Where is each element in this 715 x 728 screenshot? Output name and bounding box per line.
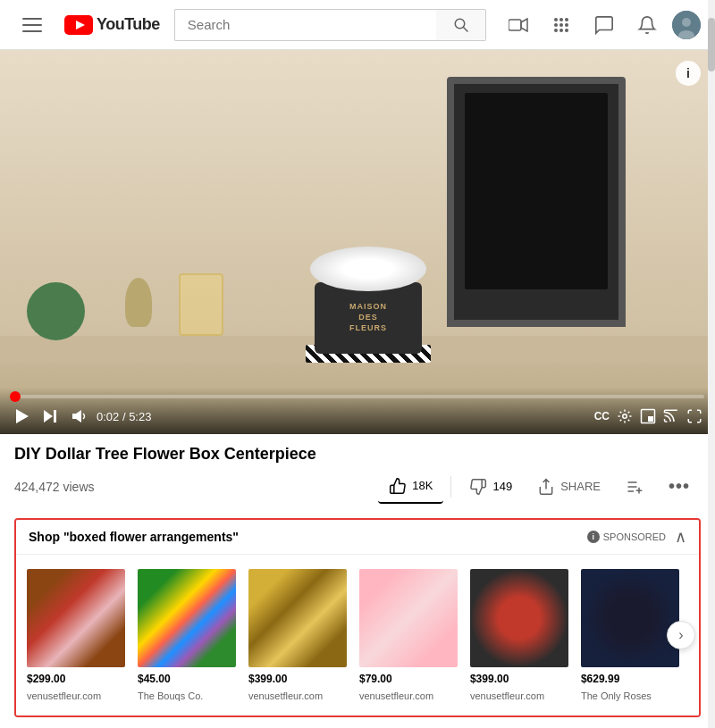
search-button[interactable] <box>436 9 486 41</box>
more-button[interactable]: ••• <box>658 469 701 504</box>
video-player[interactable]: MAISON DES FLEURS i <box>0 50 715 434</box>
progress-dot <box>10 391 21 402</box>
share-button[interactable]: SHARE <box>526 471 611 503</box>
header-actions <box>500 7 701 43</box>
dislike-button[interactable]: 149 <box>458 471 523 503</box>
product-price-2: $45.00 <box>138 673 236 685</box>
apps-grid-button[interactable] <box>543 7 579 43</box>
product-image-2 <box>138 569 236 667</box>
candle <box>179 273 223 336</box>
plant <box>27 282 85 340</box>
like-button[interactable]: 18K <box>378 470 443 504</box>
product-seller-1: venusetfleur.com <box>27 690 125 701</box>
product-seller-5: venusetfleur.com <box>470 690 568 701</box>
video-camera-button[interactable] <box>500 7 536 43</box>
product-price-6: $629.99 <box>581 673 679 685</box>
product-image-5 <box>470 569 568 667</box>
products-row: $299.00 venusetfleur.com $45.00 The Bouq… <box>16 555 699 715</box>
scrollbar-thumb[interactable] <box>708 18 715 71</box>
share-label: SHARE <box>560 480 601 493</box>
shopping-header: Shop "boxed flower arrangements" i SPONS… <box>16 520 699 555</box>
miniplayer-icon <box>640 408 656 424</box>
product-image-6 <box>581 569 679 667</box>
avatar-icon <box>672 11 701 39</box>
svg-point-12 <box>554 29 558 32</box>
play-icon <box>13 407 30 425</box>
product-image-3 <box>248 569 347 667</box>
playlist-add-icon <box>626 478 644 496</box>
buddha-statue <box>125 278 152 327</box>
svg-rect-20 <box>54 410 56 423</box>
svg-point-22 <box>623 414 627 419</box>
product-image-4 <box>359 569 458 667</box>
product-seller-3: venusetfleur.com <box>248 690 347 701</box>
product-image-1 <box>27 569 125 667</box>
avatar[interactable] <box>672 11 701 39</box>
chat-button[interactable] <box>586 7 622 43</box>
controls-right: CC <box>593 406 704 426</box>
progress-fill <box>11 395 15 398</box>
flower-box: MAISON DES FLEURS <box>315 282 422 354</box>
video-info-button[interactable]: i <box>676 61 701 86</box>
miniplayer-button[interactable] <box>638 406 658 426</box>
product-item[interactable]: $399.00 venusetfleur.com <box>245 565 350 705</box>
svg-point-7 <box>559 18 563 21</box>
product-item[interactable]: $299.00 venusetfleur.com <box>23 565 129 705</box>
search-icon <box>453 17 469 33</box>
svg-point-14 <box>565 29 568 32</box>
product-seller-4: venusetfleur.com <box>359 690 458 701</box>
info-icon: i <box>686 66 690 80</box>
add-to-button[interactable] <box>615 471 654 503</box>
product-item[interactable]: $45.00 The Bouqs Co. <box>134 565 240 705</box>
products-next-button[interactable]: › <box>667 621 695 649</box>
thumb-up-icon <box>389 477 407 495</box>
video-controls: 0:02 / 5:23 CC <box>0 388 715 434</box>
action-buttons: 18K 149 SHARE <box>378 469 701 504</box>
shopping-title: Shop "boxed flower arrangements" <box>29 530 239 544</box>
product-item[interactable]: $399.00 venusetfleur.com <box>467 565 572 705</box>
header: YouTube <box>0 0 715 50</box>
dislike-count: 149 <box>492 480 512 493</box>
volume-icon <box>70 407 88 425</box>
next-button[interactable] <box>39 406 61 427</box>
product-seller-2: The Bouqs Co. <box>138 690 236 701</box>
sponsored-badge: i SPONSORED <box>587 531 666 543</box>
play-button[interactable] <box>11 406 32 427</box>
fireplace <box>447 77 626 327</box>
progress-bar[interactable] <box>11 395 704 398</box>
youtube-play-icon <box>64 15 93 35</box>
share-icon <box>537 478 555 496</box>
svg-point-9 <box>554 23 558 27</box>
scrollbar-track <box>708 0 715 728</box>
youtube-logo[interactable]: YouTube <box>64 15 160 35</box>
sponsored-info-icon: i <box>587 531 600 543</box>
cast-button[interactable] <box>661 406 681 426</box>
flower-box-label: MAISON DES FLEURS <box>349 302 387 333</box>
volume-button[interactable] <box>68 406 89 427</box>
svg-marker-19 <box>44 410 53 423</box>
cc-button[interactable]: CC <box>593 408 611 424</box>
product-price-4: $79.00 <box>359 673 458 685</box>
view-count: 424,472 views <box>14 480 95 494</box>
notifications-button[interactable] <box>629 7 665 43</box>
divider <box>450 476 451 498</box>
video-title: DIY Dollar Tree Flower Box Centerpiece <box>14 445 701 464</box>
svg-point-16 <box>682 18 691 27</box>
hamburger-menu-button[interactable] <box>14 7 50 43</box>
product-seller-6: The Only Roses <box>581 690 679 701</box>
svg-point-6 <box>554 18 558 21</box>
youtube-logo-text: YouTube <box>97 15 160 34</box>
cc-icon: CC <box>594 410 610 423</box>
collapse-shopping-button[interactable]: ∧ <box>675 529 686 545</box>
hamburger-icon <box>19 14 46 36</box>
cast-icon <box>663 408 679 424</box>
fullscreen-icon <box>686 408 702 424</box>
product-price-3: $399.00 <box>248 673 347 685</box>
svg-point-13 <box>559 29 563 32</box>
search-input[interactable] <box>174 9 436 41</box>
svg-point-10 <box>559 23 563 27</box>
fullscreen-button[interactable] <box>685 406 704 426</box>
product-item[interactable]: $79.00 venusetfleur.com <box>356 565 461 705</box>
svg-marker-5 <box>521 19 527 31</box>
settings-button[interactable] <box>615 406 635 426</box>
